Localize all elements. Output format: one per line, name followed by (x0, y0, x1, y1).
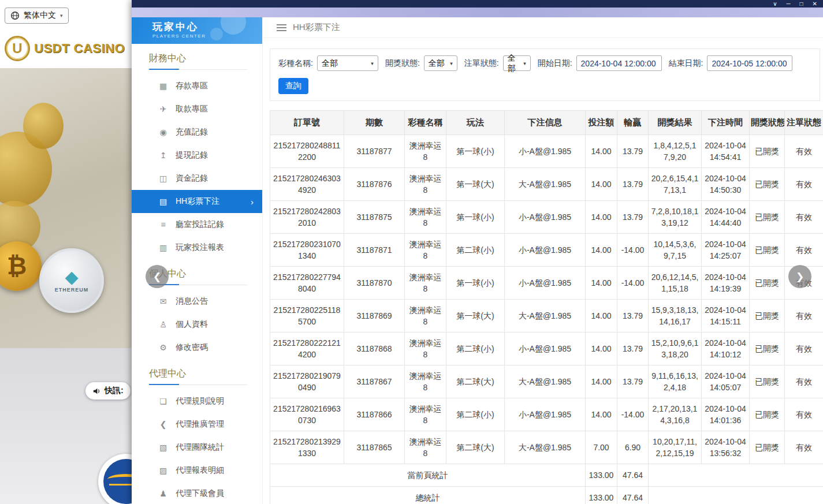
col-draw-status: 開獎狀態 (750, 111, 785, 135)
table-cell: 9,11,6,16,13,2,4,18 (649, 365, 702, 398)
ethereum-label: ETHEREUM (55, 287, 89, 293)
table-cell: 6.90 (617, 431, 649, 464)
page-total-row: 當前頁統計 133.00 47.64 (270, 464, 823, 487)
finance-menu: ▦存款專區 ✈取款專區 ◉充值記錄 ↥提現記錄 ◫資金記錄 ▤HH彩票下注› ≡… (132, 71, 262, 259)
table-cell: 2152172802277948040 (270, 267, 344, 300)
sidebar-item-fund-records[interactable]: ◫資金記錄 (132, 167, 262, 190)
carousel-prev-button[interactable]: ❮ (146, 265, 169, 288)
table-cell: 31187869 (344, 300, 405, 333)
table-cell: 第二球(大) (446, 431, 505, 464)
caret-down-icon: ▾ (523, 61, 526, 66)
table-cell: 小-A盤@1.985 (505, 135, 586, 168)
table-cell: 澳洲幸运8 (405, 201, 446, 234)
table-cell: 澳洲幸运8 (405, 168, 446, 201)
empty-cell (649, 464, 823, 487)
sidebar-item-label: 修改密碼 (176, 342, 208, 353)
sidebar-item-label: 存款專區 (176, 81, 208, 91)
col-win-loss: 輸贏 (617, 111, 649, 135)
table-cell: 大-A盤@1.985 (505, 431, 586, 464)
filter-label-start-date: 開始日期: (538, 58, 572, 69)
end-date-input[interactable] (707, 55, 792, 71)
table-row: 215217280225118570031187869澳洲幸运8第一球(大)大-… (270, 300, 823, 333)
table-cell: 13.79 (617, 201, 649, 234)
sidebar-section-finance: 財務中心 (149, 53, 247, 70)
maximize-icon[interactable]: □ (800, 1, 803, 7)
table-cell: -14.00 (617, 398, 649, 431)
table-cell: 澳洲幸运8 (405, 398, 446, 431)
sidebar-item-profile[interactable]: ♙個人資料 (132, 313, 262, 336)
table-cell: 14.00 (586, 168, 617, 201)
gear-icon: ⚙ (158, 343, 168, 352)
select-value: 全部 (322, 58, 338, 69)
main-content: HH彩票下注 彩種名稱: 全部▾ 開獎狀態: 全部▾ 注單狀態: 全部▾ 開始日… (263, 17, 823, 504)
sidebar-item-label: 代理規則說明 (176, 396, 224, 406)
chevron-down-icon[interactable]: ∨ (773, 1, 777, 7)
language-selector[interactable]: 繁体中文 ▾ (5, 8, 69, 24)
sidebar-item-label: 提現記錄 (176, 150, 208, 160)
table-row: 215217280213929133031187865澳洲幸运8第二球(大)大-… (270, 431, 823, 464)
sidebar-item-withdraw-records[interactable]: ↥提現記錄 (132, 144, 262, 167)
content-header: HH彩票下注 (263, 17, 823, 38)
minimize-icon[interactable]: ─ (786, 1, 790, 7)
sidebar-item-label: 廳室投註記錄 (176, 219, 224, 230)
table-cell: 13.79 (617, 333, 649, 365)
document-icon: ❏ (158, 397, 168, 406)
sidebar-item-label: 充值記錄 (176, 127, 208, 137)
page-total-win: 47.64 (617, 464, 649, 487)
player-report-icon: ▥ (158, 243, 168, 252)
sidebar-item-player-bet-report[interactable]: ▥玩家投注報表 (132, 236, 262, 259)
table-cell: 2152172802139291330 (270, 431, 344, 464)
sidebar-item-label: HH彩票下注 (176, 196, 219, 207)
sidebar-item-agent-members[interactable]: ♟代理下級會員 (132, 482, 262, 504)
page-title: HH彩票下注 (293, 22, 340, 33)
table-cell: 有效 (785, 333, 823, 365)
sidebar-item-recharge-records[interactable]: ◉充值記錄 (132, 121, 262, 144)
col-bet-time: 下注時間 (702, 111, 750, 135)
sidebar-item-agent-promotion[interactable]: ❮代理推廣管理 (132, 413, 262, 436)
start-date-input[interactable] (576, 55, 662, 71)
sidebar-item-deposit[interactable]: ▦存款專區 (132, 74, 262, 98)
table-cell: 澳洲幸运8 (405, 135, 446, 168)
table-cell: 31187865 (344, 431, 405, 464)
sidebar-item-agent-team-stats[interactable]: ▧代理團隊統計 (132, 436, 262, 459)
col-order-status: 注單狀態 (785, 111, 823, 135)
table-cell: 10,20,17,11,2,12,15,19 (649, 431, 702, 464)
bets-table-wrap: 訂單號 期數 彩種名稱 玩法 下注信息 投注額 輸贏 開獎結果 下注時間 開獎狀… (270, 110, 823, 504)
table-cell: 2152172802221214200 (270, 333, 344, 365)
table-cell: 2152172802251185700 (270, 300, 344, 333)
filter-panel: 彩種名稱: 全部▾ 開獎狀態: 全部▾ 注單狀態: 全部▾ 開始日期: 結束日期… (270, 48, 820, 101)
table-cell: 有效 (785, 234, 823, 267)
table-cell: 已開獎 (750, 398, 785, 431)
table-cell: 有效 (785, 168, 823, 201)
draw-status-select[interactable]: 全部▾ (424, 55, 457, 71)
search-button[interactable]: 查詢 (278, 78, 308, 94)
lottery-name-select[interactable]: 全部▾ (317, 55, 378, 71)
sidebar-item-label: 代理推廣管理 (176, 419, 224, 430)
order-status-select[interactable]: 全部▾ (503, 55, 531, 71)
table-cell: 第一球(小) (446, 135, 505, 168)
news-label: 快訊: (105, 386, 124, 396)
sidebar-item-withdraw[interactable]: ✈取款專區 (132, 98, 262, 121)
table-row: 215217280219079049031187867澳洲幸运8第二球(大)大-… (270, 365, 823, 398)
table-cell: 14.00 (586, 398, 617, 431)
sidebar-item-change-password[interactable]: ⚙修改密碼 (132, 336, 262, 359)
deposit-icon: ▦ (158, 81, 168, 91)
table-cell: 31187867 (344, 365, 405, 398)
sidebar-item-agent-report-detail[interactable]: ▨代理報表明細 (132, 459, 262, 482)
table-cell: 有效 (785, 398, 823, 431)
table-cell: 有效 (785, 135, 823, 168)
caret-down-icon: ▾ (371, 61, 374, 66)
sidebar-item-lottery-bets[interactable]: ▤HH彩票下注› (132, 190, 262, 213)
sidebar-item-agent-rules[interactable]: ❏代理規則說明 (132, 390, 262, 413)
table-header-row: 訂單號 期數 彩種名稱 玩法 下注信息 投注額 輸贏 開獎結果 下注時間 開獎狀… (270, 111, 823, 135)
close-icon[interactable]: ✕ (813, 1, 817, 7)
menu-toggle-icon[interactable] (277, 23, 286, 33)
table-cell: 大-A盤@1.985 (505, 365, 586, 398)
carousel-next-button[interactable]: ❯ (788, 265, 811, 288)
user-icon: ♙ (158, 320, 168, 329)
sidebar-item-announcements[interactable]: ✉消息公告 (132, 290, 262, 313)
sidebar-item-room-bet-records[interactable]: ≡廳室投註記錄 (132, 213, 262, 236)
withdraw-record-icon: ↥ (158, 151, 168, 160)
table-cell: 2024-10-04 14:05:07 (702, 365, 750, 398)
table-cell: 有效 (785, 300, 823, 333)
